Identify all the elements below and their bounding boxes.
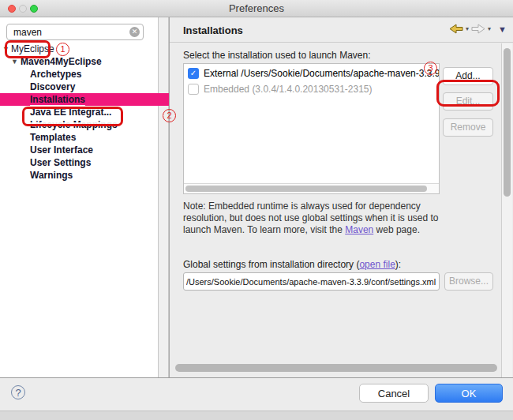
cancel-button[interactable]: Cancel [359,384,429,403]
checkbox-checked-icon[interactable]: ✓ [188,68,199,79]
embedded-runtime-note: Note: Embedded runtime is always used fo… [183,201,455,236]
tree-item-discovery[interactable]: Discovery [0,81,158,93]
tree-item-templates[interactable]: Templates [0,131,158,144]
scrollbar-thumb[interactable] [504,48,511,197]
remove-button: Remove [443,118,493,137]
tree-item-label: Archetypes [30,69,81,80]
filter-search-input[interactable] [6,24,144,40]
preferences-window: Preferences ✕ ▼ MyEclipse ▼ Maven4MyEcli… [0,0,513,420]
add-button[interactable]: Add... [443,67,493,85]
back-arrow-icon[interactable] [449,24,463,34]
forward-history-caret-icon[interactable]: ▾ [488,25,491,32]
zoom-window-icon[interactable] [30,5,38,13]
tree-item-java-ee-integration[interactable]: Java EE Integrat... [0,106,158,118]
tree-item-warnings[interactable]: Warnings [0,169,158,182]
back-history-caret-icon[interactable]: ▾ [466,25,469,32]
preferences-tree: ▼ MyEclipse ▼ Maven4MyEclipse Archetypes… [0,43,158,182]
close-window-icon[interactable] [8,5,16,13]
list-item-external-maven[interactable]: ✓ External /Users/Sookie/Documents/apach… [184,66,439,80]
forward-arrow-icon[interactable] [471,24,485,34]
scrollbar-thumb[interactable] [185,186,427,192]
annotation-number-3: 3 [424,62,437,75]
panel-horizontal-scrollbar-thumb[interactable] [175,364,497,372]
window-bottom-edge [0,411,513,420]
view-menu-icon[interactable]: ▼ [498,24,507,34]
tree-item-user-settings[interactable]: User Settings [0,156,158,169]
installations-panel: Installations ▾ ▾ ▼ Select the installat… [170,17,513,377]
header-separator [170,42,513,43]
tree-item-maven4myeclipse[interactable]: ▼ Maven4MyEclipse [0,55,158,68]
installations-list: ✓ External /Users/Sookie/Documents/apach… [183,63,440,194]
select-installation-label: Select the installation used to launch M… [183,50,370,61]
minimize-window-icon[interactable] [19,5,27,13]
panel-vertical-scrollbar[interactable] [501,43,512,377]
tree-item-label: Java EE Integrat... [30,107,111,118]
annotation-number-1: 1 [56,43,69,56]
sidebar-scrollbar-track[interactable] [158,17,169,377]
settings-path-field[interactable] [183,272,440,291]
tree-item-installations[interactable]: Installations [0,93,169,106]
note-text: web page. [373,224,420,235]
tree-item-label: Warnings [30,170,73,181]
installation-label: External /Users/Sookie/Documents/apache-… [204,68,439,79]
label-text: Global settings from installation direct… [183,259,359,270]
tree-item-label: Lifecycle Mappings [30,119,118,130]
tree-item-archetypes[interactable]: Archetypes [0,68,158,81]
edit-button: Edit... [443,92,493,111]
checkbox-unchecked-icon[interactable] [188,84,199,95]
tree-item-user-interface[interactable]: User Interface [0,144,158,156]
clear-search-icon[interactable]: ✕ [129,27,140,37]
maven-web-link[interactable]: Maven [345,224,373,235]
tree-item-label: Installations [30,94,85,107]
list-horizontal-scrollbar[interactable] [184,183,439,193]
title-bar: Preferences [0,0,513,17]
history-navigation: ▾ ▾ ▼ [449,24,507,34]
browse-button: Browse... [444,272,493,291]
annotation-number-2: 2 [163,109,176,122]
tree-item-label: User Settings [30,157,91,168]
global-settings-label: Global settings from installation direct… [183,259,401,270]
tree-item-lifecycle-mappings[interactable]: Lifecycle Mappings [0,118,158,131]
window-title: Preferences [0,0,513,17]
tree-item-label: User Interface [30,144,93,156]
tree-item-myeclipse[interactable]: ▼ MyEclipse [0,43,158,55]
tree-item-label: Templates [30,132,76,143]
list-item-embedded-maven[interactable]: Embedded (3.0.4/1.4.0.20130531-2315) [184,82,439,96]
label-text: ): [395,259,401,270]
installation-label: Embedded (3.0.4/1.4.0.20130531-2315) [204,84,373,95]
disclosure-triangle-icon[interactable]: ▼ [2,43,9,55]
preferences-sidebar: ✕ ▼ MyEclipse ▼ Maven4MyEclipse Archetyp… [0,17,158,377]
tree-item-label: Discovery [30,81,75,92]
tree-item-label: MyEclipse [11,43,54,54]
tree-item-label: Maven4MyEclipse [21,56,102,67]
ok-button[interactable]: OK [435,384,503,403]
page-title: Installations [183,24,243,36]
help-button[interactable]: ? [11,385,25,399]
dialog-footer: ? Cancel OK [0,378,513,411]
open-file-link[interactable]: open file [359,259,395,270]
disclosure-triangle-icon[interactable]: ▼ [11,55,18,68]
